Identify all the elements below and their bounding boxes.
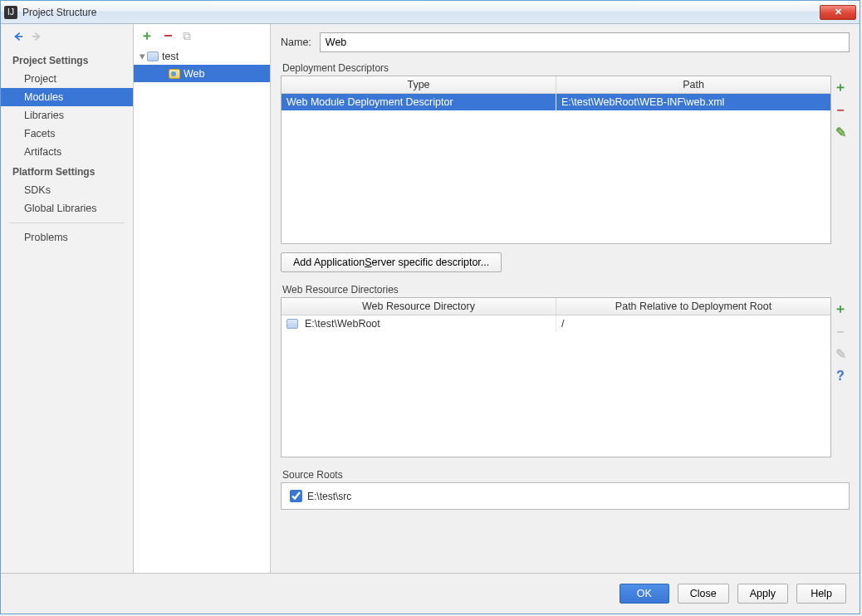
nav-project[interactable]: Project <box>1 70 133 88</box>
nav-global-libraries[interactable]: Global Libraries <box>1 199 133 218</box>
project-settings-header: Project Settings <box>1 50 133 70</box>
name-row: Name: <box>281 32 850 52</box>
forward-icon[interactable] <box>31 31 42 45</box>
module-tree[interactable]: ▾ test Web <box>134 47 270 573</box>
name-label: Name: <box>281 37 311 48</box>
copy-module-icon[interactable]: ⧉ <box>183 29 191 43</box>
resources-side-tools: ＋ − ✎ ? <box>831 297 850 457</box>
remove-descriptor-icon[interactable]: − <box>836 103 844 118</box>
source-roots-box: E:\test\src <box>281 482 850 510</box>
edit-resource-icon: ✎ <box>835 346 846 362</box>
btn-key: S <box>365 257 371 268</box>
nav-modules[interactable]: Modules <box>1 88 133 106</box>
nav-divider <box>9 222 125 223</box>
deployment-table[interactable]: Type Path Web Module Deployment Descript… <box>281 76 831 244</box>
web-resource-dirs-title: Web Resource Directories <box>281 284 850 297</box>
source-roots-group: Source Roots E:\test\src <box>281 469 850 510</box>
window-close-button[interactable]: ✕ <box>820 5 856 20</box>
nav-history-toolbar <box>1 27 133 50</box>
nav-sdks[interactable]: SDKs <box>1 181 133 199</box>
web-resource-dirs-group: Web Resource Directories Web Resource Di… <box>281 284 850 457</box>
project-structure-window: IJ Project Structure ✕ Project Settings … <box>0 0 860 614</box>
deployment-table-body: Web Module Deployment Descriptor E:\test… <box>282 94 830 243</box>
deployment-table-wrap: Type Path Web Module Deployment Descript… <box>281 76 850 244</box>
left-nav-panel: Project Settings Project Modules Librari… <box>1 24 134 573</box>
dir-text: E:\test\WebRoot <box>305 318 380 330</box>
nav-libraries[interactable]: Libraries <box>1 106 133 125</box>
deployment-table-head: Type Path <box>282 76 830 94</box>
module-toolbar: ＋ − ⧉ <box>134 24 270 47</box>
deployment-side-tools: ＋ − ✎ <box>831 76 850 244</box>
ok-button[interactable]: OK <box>620 584 669 604</box>
close-icon: ✕ <box>835 7 842 17</box>
app-icon: IJ <box>4 6 17 19</box>
table-row[interactable]: Web Module Deployment Descriptor E:\test… <box>282 94 830 110</box>
window-title: Project Structure <box>22 7 820 18</box>
col-path[interactable]: Path <box>556 76 830 93</box>
tree-node-web[interactable]: Web <box>134 65 270 82</box>
resources-table-body: E:\test\WebRoot / <box>282 315 830 457</box>
back-icon[interactable] <box>12 31 24 45</box>
btn-prefix: Add Application <box>293 257 365 268</box>
nav-facets[interactable]: Facets <box>1 125 133 143</box>
tree-node-test[interactable]: ▾ test <box>134 47 270 65</box>
module-tree-panel: ＋ − ⧉ ▾ test Web <box>134 24 271 573</box>
add-descriptor-icon[interactable]: ＋ <box>834 79 847 96</box>
cell-dir: E:\test\WebRoot <box>282 315 556 332</box>
cell-rel: / <box>556 315 830 332</box>
col-relative-path[interactable]: Path Relative to Deployment Root <box>556 298 830 315</box>
deployment-descriptors-group: Deployment Descriptors Type Path Web Mod… <box>281 62 850 272</box>
cell-type: Web Module Deployment Descriptor <box>282 94 556 110</box>
table-row[interactable]: E:\test\WebRoot / <box>282 315 830 332</box>
web-facet-icon <box>169 69 180 79</box>
edit-descriptor-icon[interactable]: ✎ <box>835 125 846 140</box>
help-button[interactable]: Help <box>796 584 846 604</box>
nav-problems[interactable]: Problems <box>1 228 133 247</box>
expand-icon[interactable]: ▾ <box>137 50 147 62</box>
col-type[interactable]: Type <box>282 76 556 93</box>
deployment-descriptors-title: Deployment Descriptors <box>281 62 850 76</box>
facet-config-panel: Name: Deployment Descriptors Type Path <box>271 24 860 573</box>
resources-table-wrap: Web Resource Directory Path Relative to … <box>281 297 850 457</box>
add-appserver-descriptor-button[interactable]: Add Application Server specific descript… <box>281 252 502 272</box>
titlebar: IJ Project Structure ✕ <box>1 1 860 24</box>
help-icon[interactable]: ? <box>836 369 845 384</box>
source-roots-title: Source Roots <box>281 469 850 482</box>
resources-table-head: Web Resource Directory Path Relative to … <box>282 298 830 315</box>
resources-table[interactable]: Web Resource Directory Path Relative to … <box>281 297 831 457</box>
nav-artifacts[interactable]: Artifacts <box>1 143 133 161</box>
close-button[interactable]: Close <box>678 584 729 604</box>
dialog-footer: OK Close Apply Help <box>1 574 860 614</box>
source-root-path: E:\test\src <box>307 491 351 502</box>
main-area: Project Settings Project Modules Librari… <box>1 24 860 574</box>
remove-module-icon[interactable]: − <box>164 27 173 45</box>
remove-resource-icon: − <box>836 325 844 340</box>
tree-node-label: test <box>162 51 179 62</box>
add-module-icon[interactable]: ＋ <box>140 27 154 45</box>
dialog-body: Project Settings Project Modules Librari… <box>1 24 860 614</box>
folder-icon <box>287 319 298 329</box>
facet-name-input[interactable] <box>320 32 850 52</box>
platform-settings-header: Platform Settings <box>1 161 133 181</box>
add-resource-icon[interactable]: ＋ <box>834 301 847 318</box>
cell-path: E:\test\WebRoot\WEB-INF\web.xml <box>556 94 830 110</box>
btn-suffix: erver specific descriptor... <box>372 257 490 268</box>
col-resource-dir[interactable]: Web Resource Directory <box>282 298 556 315</box>
apply-button[interactable]: Apply <box>737 584 788 604</box>
source-root-checkbox[interactable] <box>290 490 302 502</box>
module-icon <box>147 51 159 61</box>
tree-node-label: Web <box>184 68 204 80</box>
